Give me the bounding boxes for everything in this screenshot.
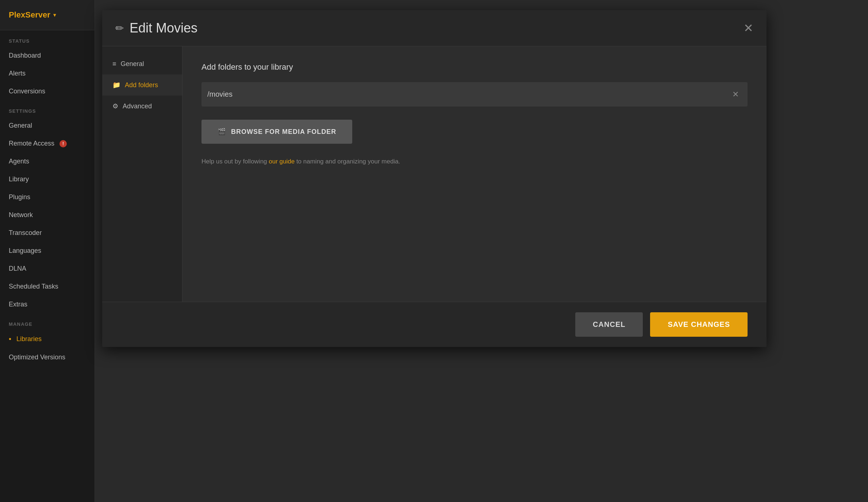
folder-input-row: ✕ bbox=[201, 82, 748, 107]
modal-content-area: Add folders to your library ✕ 🎬 BROWSE F… bbox=[183, 46, 767, 302]
bullet-icon: • bbox=[9, 335, 11, 343]
modal-footer: CANCEL SAVE CHANGES bbox=[102, 302, 767, 347]
sidebar-item-dlna[interactable]: DLNA bbox=[0, 260, 95, 278]
sidebar-item-optimized-versions[interactable]: Optimized Versions bbox=[0, 348, 95, 366]
gear-icon: ⚙ bbox=[112, 102, 118, 110]
browse-icon: 🎬 bbox=[218, 128, 226, 136]
modal-close-button[interactable]: ✕ bbox=[744, 22, 753, 34]
manage-section-label: MANAGE bbox=[0, 313, 95, 330]
sidebar-item-library[interactable]: Library bbox=[0, 170, 95, 188]
sidebar-item-conversions[interactable]: Conversions bbox=[0, 82, 95, 100]
modal-title-text: Edit Movies bbox=[130, 20, 197, 36]
browse-button-label: BROWSE FOR MEDIA FOLDER bbox=[231, 128, 336, 136]
list-icon: ≡ bbox=[112, 60, 116, 68]
server-name-label: PlexServer bbox=[9, 10, 50, 20]
our-guide-link[interactable]: our guide bbox=[269, 158, 295, 165]
folder-path-input[interactable] bbox=[207, 82, 729, 107]
tab-general-label: General bbox=[121, 60, 144, 68]
tab-general[interactable]: ≡ General bbox=[102, 54, 182, 74]
status-section-label: STATUS bbox=[0, 30, 95, 47]
sidebar-item-libraries[interactable]: • Libraries bbox=[0, 330, 95, 348]
folder-icon: 📁 bbox=[112, 81, 120, 89]
tab-advanced-label: Advanced bbox=[123, 103, 152, 110]
sidebar-item-alerts[interactable]: Alerts bbox=[0, 65, 95, 82]
main-content: ✏ Edit Movies ✕ ≡ General 📁 Add folders … bbox=[95, 0, 868, 502]
modal-header: ✏ Edit Movies ✕ bbox=[102, 10, 767, 46]
save-changes-button[interactable]: SAVE CHANGES bbox=[650, 312, 748, 337]
sidebar-item-network[interactable]: Network bbox=[0, 206, 95, 224]
server-name-button[interactable]: PlexServer ▾ bbox=[9, 10, 86, 20]
folder-clear-button[interactable]: ✕ bbox=[729, 88, 742, 101]
pencil-icon: ✏ bbox=[115, 22, 124, 34]
sidebar-item-languages[interactable]: Languages bbox=[0, 242, 95, 260]
modal-body: ≡ General 📁 Add folders ⚙ Advanced Add f… bbox=[102, 46, 767, 302]
modal-sidebar: ≡ General 📁 Add folders ⚙ Advanced bbox=[102, 46, 183, 302]
browse-media-folder-button[interactable]: 🎬 BROWSE FOR MEDIA FOLDER bbox=[201, 120, 352, 144]
section-title: Add folders to your library bbox=[201, 62, 748, 72]
sidebar-header: PlexServer ▾ bbox=[0, 0, 95, 30]
sidebar-item-extras[interactable]: Extras bbox=[0, 296, 95, 313]
sidebar-item-general[interactable]: General bbox=[0, 117, 95, 135]
sidebar-item-plugins[interactable]: Plugins bbox=[0, 188, 95, 206]
sidebar-item-dashboard[interactable]: Dashboard bbox=[0, 47, 95, 65]
help-text-after: to naming and organizing your media. bbox=[295, 158, 400, 165]
sidebar-item-agents[interactable]: Agents bbox=[0, 152, 95, 170]
tab-add-folders[interactable]: 📁 Add folders bbox=[102, 74, 182, 96]
modal-title: ✏ Edit Movies bbox=[115, 20, 197, 36]
edit-movies-modal: ✏ Edit Movies ✕ ≡ General 📁 Add folders … bbox=[102, 10, 767, 347]
remote-access-badge: ! bbox=[59, 140, 67, 147]
help-text: Help us out by following our guide to na… bbox=[201, 157, 748, 166]
tab-advanced[interactable]: ⚙ Advanced bbox=[102, 96, 182, 117]
tab-add-folders-label: Add folders bbox=[125, 81, 158, 89]
settings-section-label: SETTINGS bbox=[0, 100, 95, 117]
cancel-button[interactable]: CANCEL bbox=[575, 312, 643, 337]
help-text-before: Help us out by following bbox=[201, 158, 269, 165]
sidebar-item-scheduled-tasks[interactable]: Scheduled Tasks bbox=[0, 278, 95, 296]
chevron-down-icon: ▾ bbox=[53, 12, 56, 18]
sidebar: PlexServer ▾ STATUS Dashboard Alerts Con… bbox=[0, 0, 95, 502]
sidebar-item-transcoder[interactable]: Transcoder bbox=[0, 224, 95, 242]
sidebar-item-remote-access[interactable]: Remote Access ! bbox=[0, 135, 95, 152]
